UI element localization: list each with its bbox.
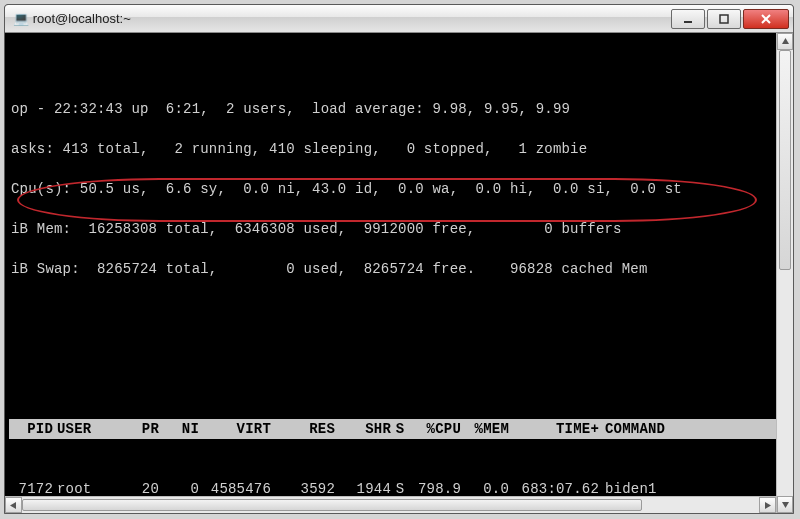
summary-line-4: iB Mem: 16258308 total, 6346308 used, 99… — [11, 219, 793, 239]
svg-rect-1 — [720, 15, 728, 23]
vertical-scrollbar[interactable] — [776, 33, 793, 513]
summary-line-2: asks: 413 total, 2 running, 410 sleeping… — [11, 139, 793, 159]
summary-line-3: Cpu(s): 50.5 us, 6.6 sy, 0.0 ni, 43.0 id… — [11, 179, 793, 199]
window-controls — [669, 9, 789, 29]
summary-line-5: iB Swap: 8265724 total, 0 used, 8265724 … — [11, 259, 793, 279]
svg-marker-6 — [10, 502, 16, 509]
scroll-thumb-h[interactable] — [22, 499, 642, 511]
scroll-down-button[interactable] — [777, 496, 793, 513]
scroll-up-button[interactable] — [777, 33, 793, 50]
summary-line-1: op - 22:32:43 up 6:21, 2 users, load ave… — [11, 99, 793, 119]
scroll-right-button[interactable] — [759, 497, 776, 513]
scroll-track-v[interactable] — [777, 50, 793, 496]
horizontal-scrollbar[interactable] — [5, 496, 776, 513]
svg-marker-4 — [782, 38, 789, 44]
svg-marker-7 — [765, 502, 771, 509]
titlebar: 💻 root@localhost:~ — [5, 5, 793, 33]
top-summary: op - 22:32:43 up 6:21, 2 users, load ave… — [9, 79, 793, 319]
scroll-thumb-v[interactable] — [779, 50, 791, 270]
scroll-track-h[interactable] — [22, 497, 759, 513]
process-table-header: PIDUSERPRNIVIRTRESSHRS%CPU%MEMTIME+COMMA… — [9, 419, 793, 439]
scroll-left-button[interactable] — [5, 497, 22, 513]
window-title: 💻 root@localhost:~ — [13, 11, 669, 27]
close-button[interactable] — [743, 9, 789, 29]
terminal-output[interactable]: op - 22:32:43 up 6:21, 2 users, load ave… — [5, 33, 793, 514]
svg-marker-5 — [782, 502, 789, 508]
terminal-window: 💻 root@localhost:~ op - 22:32:43 up 6:21… — [4, 4, 794, 514]
minimize-button[interactable] — [671, 9, 705, 29]
maximize-button[interactable] — [707, 9, 741, 29]
